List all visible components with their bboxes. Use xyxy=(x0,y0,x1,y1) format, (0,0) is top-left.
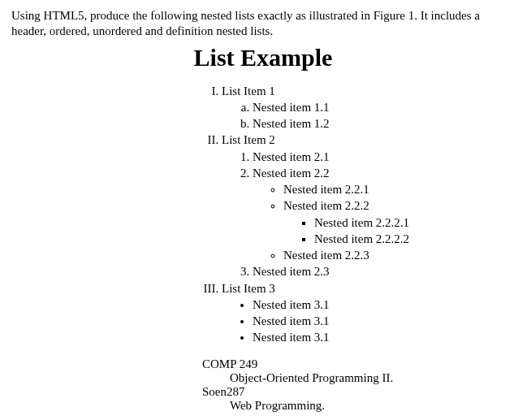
list-item: List Item 3 Nested item 3.1 Nested item … xyxy=(222,280,515,346)
instructions-text: Using HTML5, produce the following neste… xyxy=(11,8,515,39)
list-item: Nested item 2.2.2.1 xyxy=(314,214,515,231)
def-desc: Web Programming. xyxy=(230,399,515,413)
list-item: Nested item 3.1 xyxy=(253,329,515,345)
list-item-label: List Item 3 xyxy=(222,282,275,295)
list-item: Nested item 2.2.2.2 xyxy=(314,231,515,247)
list-item: Nested item 3.1 xyxy=(253,297,515,313)
list-item: Nested item 2.2 Nested item 2.2.1 Nested… xyxy=(253,165,515,264)
list-item: Nested item 1.2 xyxy=(253,115,515,132)
page-title: List Example xyxy=(11,44,515,71)
nested-list: Nested item 2.2.2.1 Nested item 2.2.2.2 xyxy=(283,214,515,248)
list-item-label: Nested item 2.2.2 xyxy=(283,199,369,212)
definition-list: COMP 249 Object-Oriented Programming II.… xyxy=(202,357,515,413)
outer-list: List Item 1 Nested item 1.1 Nested item … xyxy=(202,83,515,346)
list-item: List Item 2 Nested item 2.1 Nested item … xyxy=(222,132,515,279)
list-item: Nested item 1.1 xyxy=(253,99,515,115)
def-term: COMP 249 xyxy=(202,357,515,371)
nested-list: Nested item 2.1 Nested item 2.2 Nested i… xyxy=(222,149,515,280)
list-content: List Item 1 Nested item 1.1 Nested item … xyxy=(202,83,515,421)
def-desc: Object-Oriented Programming II. xyxy=(230,371,515,385)
list-item: Nested item 3.1 xyxy=(253,313,515,329)
list-item: List Item 1 Nested item 1.1 Nested item … xyxy=(222,83,515,132)
def-term: Soen287 xyxy=(202,385,515,399)
list-item: Nested item 2.1 xyxy=(253,149,515,165)
nested-list: Nested item 1.1 Nested item 1.2 xyxy=(222,99,515,132)
list-item-label: Nested item 2.2 xyxy=(253,167,330,180)
list-item-label: List Item 2 xyxy=(222,133,275,146)
nested-list: Nested item 3.1 Nested item 3.1 Nested i… xyxy=(222,297,515,346)
nested-list: Nested item 2.2.1 Nested item 2.2.2 Nest… xyxy=(253,181,515,263)
list-item-label: List Item 1 xyxy=(222,84,275,97)
list-item: Nested item 2.2.1 xyxy=(283,181,515,197)
list-item: Nested item 2.2.3 xyxy=(283,247,515,263)
list-item: Nested item 2.3 xyxy=(253,263,515,279)
list-item: Nested item 2.2.2 Nested item 2.2.2.1 Ne… xyxy=(283,197,515,247)
